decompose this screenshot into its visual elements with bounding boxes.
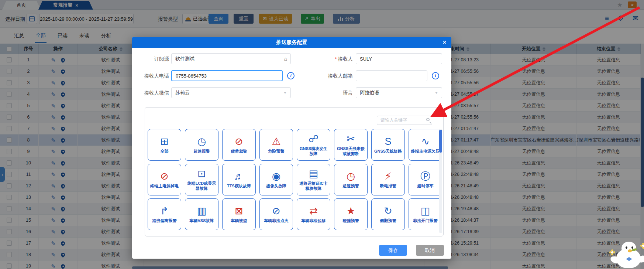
email-input[interactable]	[356, 70, 427, 81]
push-service-config-modal: 推送服务配置 × 订阅源 软件测试 ⌂ *接收人 SULY 接收人电话 0755…	[132, 37, 451, 259]
alarm-tile[interactable]: ⚠危险预警	[259, 129, 293, 161]
language-value: 阿拉伯语	[360, 89, 379, 96]
alarm-tile-icon: ⚠	[272, 136, 280, 147]
email-info-icon[interactable]: i	[432, 72, 439, 79]
duck-mascot	[608, 241, 644, 269]
alarm-tile-icon: ⊘	[272, 205, 280, 217]
alarm-tile[interactable]: ▤道路运输证IC卡模块故障	[297, 164, 330, 195]
save-button[interactable]: 保存	[379, 245, 407, 256]
bow-tie	[626, 257, 629, 261]
wechat-select[interactable]: 苏莉云 ▼	[171, 87, 291, 98]
alarm-tile-icon: ◷	[197, 136, 206, 147]
receiver-label-text: 接收人	[338, 56, 353, 62]
alarm-tile-label: 疲劳驾驶	[231, 149, 247, 154]
alarm-tile-icon: ⚡	[385, 171, 392, 182]
alarm-tile-label: 非法开门报警	[413, 218, 438, 223]
phone-value: 0755-8654753	[176, 73, 207, 79]
search-icon[interactable]	[426, 118, 430, 121]
alarm-tile[interactable]: ✂GNSS天线未接或被剪断	[334, 129, 368, 161]
source-label: 订阅源	[134, 56, 169, 62]
alarm-tile-icon: ☍	[309, 133, 318, 144]
alarm-tile[interactable]: SGNSS天线短路	[371, 129, 405, 161]
alarm-tile-icon: ⊞	[160, 136, 169, 147]
alarm-tile-label: 车辆VSS故障	[189, 218, 214, 223]
modal-close-icon[interactable]: ×	[443, 37, 446, 48]
alarm-tile[interactable]: ★碰撞预警	[334, 198, 368, 230]
source-input[interactable]: 软件测试 ⌂	[171, 53, 291, 64]
language-select[interactable]: 阿拉伯语 ▼	[356, 87, 442, 98]
alarm-tile[interactable]: ▥车辆VSS故障	[185, 198, 218, 230]
info-glyph: i	[435, 73, 436, 79]
duck-eye	[631, 246, 633, 249]
phone-label: 接收人电话	[134, 73, 169, 79]
alarm-tile-icon: ♬	[234, 171, 244, 182]
alarm-tile-icon: ✂	[347, 133, 355, 144]
alarm-tile[interactable]: ♬TTS模块故障	[222, 164, 256, 195]
alarm-tile-label: 终端LCD或显示器故障	[186, 181, 217, 191]
alarm-tile[interactable]: ⊘疲劳驾驶	[222, 129, 256, 161]
alarm-tile-icon: ◷	[347, 171, 355, 182]
alarm-tile-icon: ↱	[160, 205, 169, 217]
alarm-tile-icon: ↻	[384, 205, 392, 217]
alarm-tile[interactable]: ⇄车辆非法位移	[297, 198, 330, 230]
duck-eye	[626, 246, 627, 249]
required-asterisk: *	[335, 56, 337, 62]
phone-info-icon[interactable]: i	[287, 72, 295, 79]
alarm-tile-label: 危险预警	[268, 149, 285, 154]
flower-icon	[611, 251, 613, 253]
alarm-tile[interactable]: ☍GNSS模块发生故障	[297, 129, 330, 161]
home-icon: ⌂	[284, 56, 287, 62]
alarm-tile[interactable]: ⚡断电报警	[371, 164, 405, 195]
alarm-tile[interactable]: ◷超速预警	[334, 164, 368, 195]
alarm-tile-label: 车辆被盗	[231, 218, 247, 223]
search-placeholder: 请输入关键字	[380, 117, 407, 123]
panel-scrollbar-thumb[interactable]	[439, 130, 442, 153]
alarm-tile-icon: ⊘	[160, 171, 169, 182]
alarm-tile-label: 终端主电源掉电	[150, 184, 179, 188]
alarm-tile-label: GNSS天线短路	[374, 149, 402, 154]
alarm-tile-icon: ★	[346, 205, 355, 217]
alarm-tile-grid: ⊞全部◷超速报警⊘疲劳驾驶⚠危险预警☍GNSS模块发生故障✂GNSS天线未接或被…	[148, 129, 442, 230]
keyword-search-input[interactable]: 请输入关键字	[377, 116, 432, 125]
alarm-tile-icon: ∿	[421, 136, 430, 147]
alarm-tile[interactable]: ↱路线偏离报警	[148, 198, 181, 230]
alarm-tile[interactable]: Ⓟ超时停车	[409, 164, 442, 195]
alarm-tile[interactable]: ⊞全部	[148, 129, 181, 161]
receiver-input[interactable]: SULY	[356, 53, 442, 64]
alarm-tile-label: 车辆非法点火	[264, 218, 289, 223]
alarm-tile-icon: S	[385, 136, 391, 147]
alarm-tile-icon: ▥	[197, 205, 207, 217]
alarm-tile-label: 侧翻预警	[380, 218, 396, 223]
alarm-tile-label: GNSS天线未接或被剪断	[335, 146, 366, 156]
alarm-tile-label: 超时停车	[417, 184, 434, 188]
language-label: 语言	[318, 90, 353, 96]
panel-scrollbar[interactable]	[439, 129, 442, 233]
alarm-tile[interactable]: ◫非法开门报警	[409, 198, 442, 230]
alarm-tile-label: 终端主电源欠压	[411, 149, 440, 154]
info-glyph: i	[290, 73, 292, 79]
alarm-tile-label: 道路运输证IC卡模块故障	[298, 181, 329, 191]
alarm-tile-label: 全部	[161, 149, 169, 154]
alarm-tile-label: 超速报警	[194, 149, 210, 154]
alarm-tile[interactable]: ⊘车辆非法点火	[259, 198, 293, 230]
alarm-tile[interactable]: ↻侧翻预警	[371, 198, 405, 230]
phone-input[interactable]: 0755-8654753	[171, 70, 283, 81]
duck-beak	[628, 249, 632, 252]
bow-tie	[629, 257, 632, 261]
flower-icon	[642, 245, 644, 247]
alarm-tile-icon: Ⓟ	[420, 171, 430, 182]
alarm-tile-icon: ◉	[272, 171, 281, 182]
alarm-tile-icon: ⊠	[235, 205, 243, 217]
alarm-tile[interactable]: ◉摄像头故障	[259, 164, 293, 195]
alarm-tile[interactable]: ⊘终端主电源掉电	[148, 164, 181, 195]
alarm-tile-icon: ⊡	[197, 168, 206, 179]
alarm-tile-icon: ▤	[309, 168, 318, 179]
cancel-button[interactable]: 取消	[416, 245, 444, 256]
app-root: 首页 常规报警 × ★ ★ 选择日期 2025-10-29 00:00:00 -…	[0, 0, 644, 269]
alarm-tile-label: 超速预警	[343, 184, 359, 188]
alarm-tile[interactable]: ⊠车辆被盗	[222, 198, 256, 230]
wechat-value: 苏莉云	[175, 89, 190, 96]
alarm-tile[interactable]: ∿终端主电源欠压	[409, 129, 442, 161]
alarm-tile[interactable]: ◷超速报警	[185, 129, 218, 161]
alarm-tile[interactable]: ⊡终端LCD或显示器故障	[185, 164, 218, 195]
